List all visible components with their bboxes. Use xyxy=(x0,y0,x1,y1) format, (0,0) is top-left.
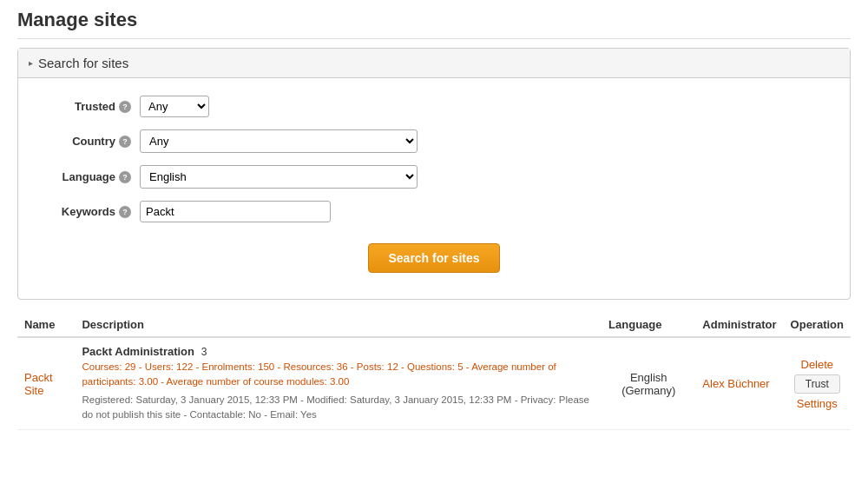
desc-meta: Registered: Saturday, 3 January 2015, 12… xyxy=(82,393,595,423)
country-label: Country ? xyxy=(36,135,140,148)
page-title: Manage sites xyxy=(17,9,851,39)
administrator-cell: Alex Büchner xyxy=(695,337,783,430)
delete-link[interactable]: Delete xyxy=(791,358,844,371)
results-table: Name Description Language Administrator … xyxy=(17,313,851,430)
keywords-label: Keywords ? xyxy=(36,205,140,218)
operation-cell: Delete Trust Settings xyxy=(784,337,851,430)
keywords-row: Keywords ? xyxy=(36,201,832,222)
administrator-link[interactable]: Alex Büchner xyxy=(702,377,769,390)
country-row: Country ? Any xyxy=(36,129,832,153)
trusted-row: Trusted ? Any Yes No xyxy=(36,96,832,117)
language-row: Language ? English English (Germany) xyxy=(36,165,832,189)
language-cell: English (Germany) xyxy=(602,337,695,430)
country-select[interactable]: Any xyxy=(140,129,418,153)
search-section-title: Search for sites xyxy=(38,56,128,70)
search-btn-row: Search for sites xyxy=(36,235,832,273)
keywords-input[interactable] xyxy=(140,201,331,222)
table-header-row: Name Description Language Administrator … xyxy=(17,313,851,337)
trusted-label: Trusted ? xyxy=(36,100,140,113)
col-language: Language xyxy=(602,313,695,337)
chevron-icon: ▸ xyxy=(29,58,33,68)
col-name: Name xyxy=(17,313,75,337)
site-name-link[interactable]: Packt Site xyxy=(24,371,53,397)
trusted-select[interactable]: Any Yes No xyxy=(140,96,209,117)
description-cell: Packt Administration 3 Courses: 29 - Use… xyxy=(75,337,602,430)
trusted-help-icon[interactable]: ? xyxy=(119,101,131,113)
keywords-help-icon[interactable]: ? xyxy=(119,206,131,218)
language-help-icon[interactable]: ? xyxy=(119,171,131,183)
country-help-icon[interactable]: ? xyxy=(119,136,131,148)
col-operation: Operation xyxy=(784,313,851,337)
site-name-cell: Packt Site xyxy=(17,337,75,430)
desc-title: Packt Administration 3 xyxy=(82,345,595,358)
language-label: Language ? xyxy=(36,170,140,183)
trust-button[interactable]: Trust xyxy=(794,374,840,394)
search-section: ▸ Search for sites Trusted ? Any Yes No … xyxy=(17,48,851,300)
col-administrator: Administrator xyxy=(695,313,783,337)
table-row: Packt Site Packt Administration 3 Course… xyxy=(17,337,851,430)
search-button[interactable]: Search for sites xyxy=(368,243,499,273)
col-description: Description xyxy=(75,313,602,337)
search-form: Trusted ? Any Yes No Country ? Any xyxy=(18,78,850,299)
language-select[interactable]: English English (Germany) xyxy=(140,165,418,189)
desc-number: 3 xyxy=(201,346,207,358)
desc-stats: Courses: 29 - Users: 122 - Enrolments: 1… xyxy=(82,360,595,390)
search-section-header[interactable]: ▸ Search for sites xyxy=(18,49,850,78)
settings-link[interactable]: Settings xyxy=(791,397,844,410)
